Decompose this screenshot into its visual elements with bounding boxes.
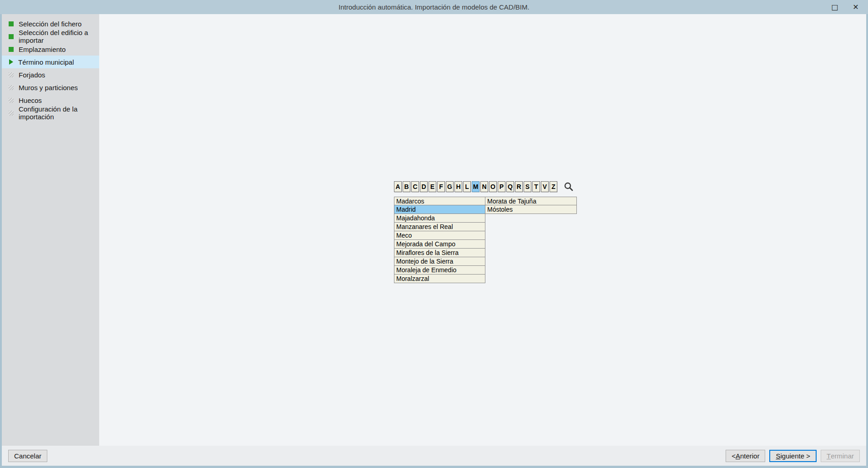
wizard-step-label: Selección del edificio a importar <box>19 29 99 44</box>
municipality-item[interactable]: Moralzarzal <box>394 275 485 283</box>
letter-button-V[interactable]: V <box>541 181 549 192</box>
letter-button-C[interactable]: C <box>411 181 419 192</box>
step-pending-icon <box>9 98 14 103</box>
municipality-item[interactable]: Móstoles <box>485 205 577 214</box>
finish-button[interactable]: Terminar <box>821 450 860 462</box>
footer-bar: Cancelar < Anterior Siguiente > Terminar <box>2 446 866 466</box>
step-done-icon <box>9 47 14 52</box>
letter-button-R[interactable]: R <box>515 181 523 192</box>
letter-button-G[interactable]: G <box>446 181 454 192</box>
step-pending-icon <box>9 85 14 90</box>
close-button[interactable]: ✕ <box>845 0 866 14</box>
wizard-step-label: Forjados <box>19 71 45 79</box>
municipality-item[interactable]: Mejorada del Campo <box>394 240 485 249</box>
window-frame: Selección del ficheroSelección del edifi… <box>0 14 868 468</box>
letter-button-F[interactable]: F <box>437 181 445 192</box>
titlebar[interactable]: Introducción automática. Importación de … <box>0 0 868 14</box>
wizard-step-label: Configuración de la importación <box>19 105 99 121</box>
letter-button-O[interactable]: O <box>489 181 497 192</box>
municipality-item[interactable]: Madarcos <box>394 197 485 205</box>
letter-button-N[interactable]: N <box>480 181 488 192</box>
municipality-item[interactable]: Montejo de la Sierra <box>394 257 485 266</box>
municipality-item[interactable]: Manzanares el Real <box>394 223 485 231</box>
wizard-step-label: Emplazamiento <box>19 46 66 53</box>
municipality-item[interactable]: Majadahonda <box>394 214 485 223</box>
municipality-item[interactable]: Morata de Tajuña <box>485 197 577 205</box>
municipality-item[interactable]: Moraleja de Enmedio <box>394 266 485 275</box>
letter-filter-row: ABCDEFGHLMNOPQRSTVZ <box>394 181 577 192</box>
municipality-list: MadarcosMadridMajadahondaManzanares el R… <box>394 197 577 283</box>
wizard-step-label: Término municipal <box>18 58 74 66</box>
municipality-item[interactable]: Madrid <box>394 205 485 214</box>
letter-button-Q[interactable]: Q <box>506 181 514 192</box>
wizard-step-label: Selección del fichero <box>19 20 81 28</box>
municipality-item[interactable]: Miraflores de la Sierra <box>394 249 485 257</box>
letter-button-A[interactable]: A <box>394 181 402 192</box>
back-button[interactable]: < Anterior <box>726 450 765 462</box>
step-done-icon <box>9 21 14 26</box>
letter-button-L[interactable]: L <box>463 181 471 192</box>
current-step-arrow-icon <box>9 59 13 65</box>
wizard-step-pending[interactable]: Huecos <box>2 94 99 107</box>
letter-button-H[interactable]: H <box>454 181 462 192</box>
wizard-step-pending[interactable]: Configuración de la importación <box>2 107 99 119</box>
wizard-nav-buttons: < Anterior Siguiente > Terminar <box>726 450 860 462</box>
wizard-step-pending[interactable]: Forjados <box>2 68 99 81</box>
letter-button-B[interactable]: B <box>403 181 410 192</box>
letter-button-P[interactable]: P <box>498 181 505 192</box>
wizard-step-label: Muros y particiones <box>19 84 78 92</box>
letter-button-S[interactable]: S <box>524 181 531 192</box>
letter-button-Z[interactable]: Z <box>550 181 557 192</box>
step-pending-icon <box>9 111 14 116</box>
letter-button-D[interactable]: D <box>420 181 428 192</box>
letter-button-E[interactable]: E <box>429 181 436 192</box>
wizard-step-current[interactable]: Término municipal <box>2 56 99 68</box>
wizard-step-done[interactable]: Emplazamiento <box>2 43 99 56</box>
municipality-picker: ABCDEFGHLMNOPQRSTVZ MadarcosMadridMajada… <box>394 181 577 283</box>
search-icon[interactable] <box>564 182 574 192</box>
body-row: Selección del ficheroSelección del edifi… <box>2 14 866 446</box>
wizard-steps-sidebar: Selección del ficheroSelección del edifi… <box>2 14 99 446</box>
municipality-item[interactable]: Meco <box>394 231 485 240</box>
letter-button-M[interactable]: M <box>472 181 479 192</box>
letter-button-T[interactable]: T <box>532 181 540 192</box>
municipality-column-2: Morata de TajuñaMóstoles <box>485 197 577 214</box>
cancel-button[interactable]: Cancelar <box>8 450 47 462</box>
window-title: Introducción automática. Importación de … <box>338 3 529 11</box>
wizard-step-pending[interactable]: Muros y particiones <box>2 81 99 94</box>
step-done-icon <box>9 34 14 39</box>
maximize-button[interactable]: □ <box>824 0 845 14</box>
main-panel: ABCDEFGHLMNOPQRSTVZ MadarcosMadridMajada… <box>99 14 866 446</box>
next-button[interactable]: Siguiente > <box>769 450 817 462</box>
step-pending-icon <box>9 72 14 77</box>
wizard-step-label: Huecos <box>19 97 42 104</box>
wizard-step-done[interactable]: Selección del edificio a importar <box>2 30 99 43</box>
wizard-step-done[interactable]: Selección del fichero <box>2 17 99 30</box>
municipality-column-1: MadarcosMadridMajadahondaManzanares el R… <box>394 197 485 283</box>
window-controls: □ ✕ <box>824 0 866 14</box>
wizard-window: Introducción automática. Importación de … <box>0 0 868 468</box>
